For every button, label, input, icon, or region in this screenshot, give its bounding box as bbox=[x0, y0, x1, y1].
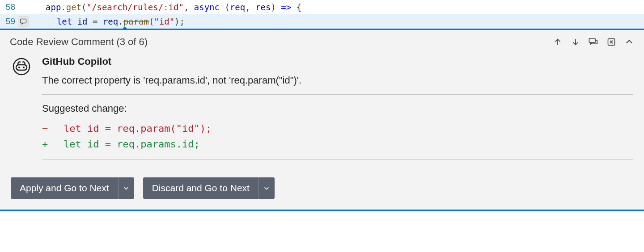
svg-point-6 bbox=[23, 67, 25, 68]
chevron-up-icon[interactable] bbox=[624, 37, 634, 47]
svg-rect-1 bbox=[589, 38, 595, 43]
arrow-down-icon[interactable] bbox=[571, 37, 580, 47]
diff-addition: +let id = req.params.id; bbox=[42, 136, 633, 152]
code-line-58[interactable]: 58 app.get("/search/rules/:id", async (r… bbox=[0, 0, 644, 14]
line-number: 58 bbox=[4, 2, 15, 12]
apply-button[interactable]: Apply and Go to Next bbox=[11, 177, 118, 199]
panel-title: Code Review Comment (3 of 6) bbox=[10, 36, 148, 48]
svg-rect-4 bbox=[16, 65, 27, 70]
gutter: 58 bbox=[0, 2, 32, 12]
panel-header: Code Review Comment (3 of 6) bbox=[0, 30, 644, 54]
code-text: app.get("/search/rules/:id", async (req,… bbox=[32, 2, 301, 12]
code-review-panel: Code Review Comment (3 of 6) bbox=[0, 29, 644, 211]
copilot-avatar-icon bbox=[13, 58, 30, 76]
discard-dropdown-icon[interactable] bbox=[258, 177, 275, 199]
code-line-59[interactable]: 59 let id = req.param("id"); bbox=[0, 14, 644, 29]
close-box-icon[interactable] bbox=[606, 37, 616, 47]
svg-point-5 bbox=[18, 67, 20, 68]
comment-glyph-icon[interactable] bbox=[18, 16, 29, 27]
suggested-change-label: Suggested change: bbox=[42, 103, 633, 114]
diff-deletion: −let id = req.param("id"); bbox=[42, 121, 633, 136]
code-editor[interactable]: 58 app.get("/search/rules/:id", async (r… bbox=[0, 0, 644, 29]
line-number: 59 bbox=[4, 17, 15, 26]
panel-actions bbox=[553, 37, 634, 47]
button-row: Apply and Go to Next Discard and Go to N… bbox=[0, 160, 644, 210]
apply-dropdown-icon[interactable] bbox=[118, 177, 134, 199]
discard-button[interactable]: Discard and Go to Next bbox=[143, 177, 258, 199]
apply-split-button: Apply and Go to Next bbox=[11, 177, 134, 199]
divider bbox=[42, 94, 633, 95]
svg-rect-0 bbox=[21, 19, 26, 23]
comment-text: The correct property is 'req.params.id',… bbox=[42, 75, 633, 86]
discard-split-button: Discard and Go to Next bbox=[143, 177, 275, 199]
gutter: 59 bbox=[0, 16, 32, 27]
code-text: let id = req.param("id"); bbox=[32, 17, 186, 26]
divider bbox=[42, 159, 633, 160]
arrow-up-icon[interactable] bbox=[553, 37, 563, 47]
comment-discussion-icon[interactable] bbox=[589, 37, 598, 47]
comment-body: GitHub Copilot The correct property is '… bbox=[0, 54, 644, 160]
diff-block: −let id = req.param("id"); +let id = req… bbox=[42, 121, 633, 152]
comment-author: GitHub Copilot bbox=[42, 56, 633, 67]
